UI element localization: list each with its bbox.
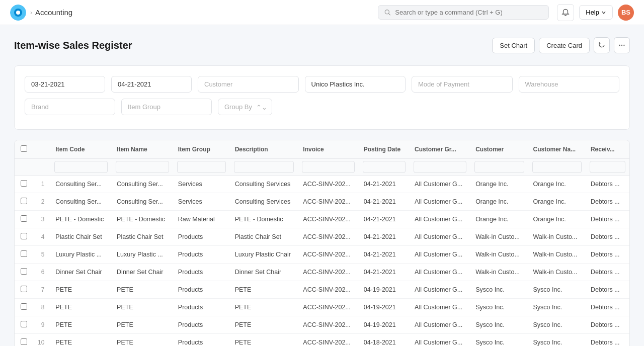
row-checkbox[interactable] <box>21 286 27 292</box>
col-filter-cust-name[interactable] <box>532 161 582 173</box>
brand-input[interactable] <box>25 99 115 115</box>
cell-posting-date: 04-19-2021 <box>359 316 410 334</box>
column-filter-row <box>15 159 629 176</box>
svg-point-7 <box>623 45 624 46</box>
cell-customer: Orange Inc. <box>470 211 528 228</box>
table-row: 4 Plastic Chair Set Plastic Chair Set Pr… <box>15 228 629 246</box>
cell-cust-name: Orange Inc. <box>528 193 586 211</box>
cell-item-group: Services <box>173 176 230 193</box>
cell-item-name: PETE <box>112 316 173 334</box>
th-invoice[interactable]: Invoice <box>298 140 358 159</box>
help-button[interactable]: Help <box>579 5 613 20</box>
svg-point-2 <box>16 11 20 15</box>
table-row: 6 Dinner Set Chair Dinner Set Chair Prod… <box>15 264 629 281</box>
search-bar[interactable] <box>378 5 549 20</box>
th-customer[interactable]: Customer <box>470 140 528 159</box>
cell-cust-group: All Customer G... <box>410 264 470 281</box>
row-num: 6 <box>33 264 50 281</box>
row-checkbox-cell[interactable] <box>15 299 33 316</box>
row-checkbox[interactable] <box>21 321 27 327</box>
col-filter-receivable[interactable] <box>590 161 625 173</box>
row-num: 2 <box>33 193 50 211</box>
set-chart-button[interactable]: Set Chart <box>492 38 535 53</box>
row-checkbox[interactable] <box>21 180 27 187</box>
cell-item-code: Dinner Set Chair <box>50 264 112 281</box>
col-filter-item-group[interactable] <box>177 161 226 173</box>
cell-posting-date: 04-21-2021 <box>359 228 410 246</box>
row-checkbox-cell[interactable] <box>15 334 33 347</box>
cell-posting-date: 04-21-2021 <box>359 176 410 193</box>
cell-posting-date: 04-21-2021 <box>359 264 410 281</box>
row-checkbox[interactable] <box>21 250 27 257</box>
row-checkbox[interactable] <box>21 338 27 345</box>
refresh-button[interactable] <box>594 37 610 53</box>
warehouse-input[interactable] <box>519 76 620 93</box>
payment-mode-input[interactable] <box>412 76 513 93</box>
th-cust-name[interactable]: Customer Na... <box>528 140 586 159</box>
avatar[interactable]: BS <box>618 5 634 21</box>
row-checkbox-cell[interactable] <box>15 176 33 193</box>
col-filter-posting-date[interactable] <box>363 161 406 173</box>
app-name[interactable]: Accounting <box>35 8 72 17</box>
group-by-select[interactable]: Group By Item Customer Item Group <box>218 99 272 115</box>
row-checkbox-cell[interactable] <box>15 193 33 211</box>
row-num: 5 <box>33 246 50 264</box>
customer-input[interactable] <box>198 76 299 93</box>
col-filter-item-name[interactable] <box>116 161 169 173</box>
cell-item-group: Products <box>173 281 230 299</box>
row-checkbox[interactable] <box>21 233 27 239</box>
cell-item-group: Products <box>173 316 230 334</box>
ellipsis-icon <box>618 42 625 49</box>
item-group-input[interactable] <box>121 99 212 115</box>
row-checkbox[interactable] <box>21 303 27 310</box>
th-posting-date[interactable]: Posting Date <box>359 140 410 159</box>
more-options-button[interactable] <box>614 37 630 53</box>
row-checkbox[interactable] <box>21 268 27 275</box>
data-table: Item Code Item Name Item Group Descripti… <box>14 140 630 346</box>
row-num: 3 <box>33 211 50 228</box>
cell-item-group: Products <box>173 264 230 281</box>
cell-description: PETE <box>230 281 298 299</box>
col-filter-cust-group[interactable] <box>414 161 466 173</box>
th-item-group[interactable]: Item Group <box>173 140 230 159</box>
row-num: 4 <box>33 228 50 246</box>
bell-icon <box>561 9 570 17</box>
row-checkbox-cell[interactable] <box>15 211 33 228</box>
cell-item-group: Raw Material <box>173 211 230 228</box>
row-checkbox-cell[interactable] <box>15 228 33 246</box>
col-filter-description[interactable] <box>234 161 294 173</box>
table-row: 10 PETE PETE Products PETE ACC-SINV-202.… <box>15 334 629 347</box>
cell-invoice: ACC-SINV-202... <box>298 246 358 264</box>
col-filter-item-code[interactable] <box>54 161 108 173</box>
cell-invoice: ACC-SINV-202... <box>298 316 358 334</box>
row-checkbox-cell[interactable] <box>15 246 33 264</box>
search-input[interactable] <box>395 9 542 16</box>
customer-value-input[interactable] <box>305 76 406 93</box>
cell-item-code: PETE <box>50 299 112 316</box>
th-item-code[interactable]: Item Code <box>50 140 112 159</box>
th-item-name[interactable]: Item Name <box>112 140 173 159</box>
cell-cust-name: Walk-in Custo... <box>528 246 586 264</box>
th-description[interactable]: Description <box>230 140 298 159</box>
cell-cust-group: All Customer G... <box>410 316 470 334</box>
th-receivable[interactable]: Receiv... <box>586 140 629 159</box>
app-logo[interactable] <box>10 5 26 21</box>
select-all-checkbox[interactable] <box>21 145 27 152</box>
table-row: 5 Luxury Plastic ... Luxury Plastic ... … <box>15 246 629 264</box>
row-checkbox-cell[interactable] <box>15 281 33 299</box>
row-checkbox[interactable] <box>21 215 27 222</box>
create-card-button[interactable]: Create Card <box>539 38 590 53</box>
notification-button[interactable] <box>557 4 574 21</box>
row-checkbox-cell[interactable] <box>15 316 33 334</box>
col-filter-invoice[interactable] <box>302 161 354 173</box>
row-checkbox-cell[interactable] <box>15 264 33 281</box>
date-to-input[interactable] <box>111 76 192 93</box>
row-checkbox[interactable] <box>21 198 27 204</box>
row-num: 10 <box>33 334 50 347</box>
cell-receivable: Debtors ... <box>586 316 629 334</box>
col-filter-customer[interactable] <box>474 161 524 173</box>
th-cust-group[interactable]: Customer Gr... <box>410 140 470 159</box>
table-row: 7 PETE PETE Products PETE ACC-SINV-202..… <box>15 281 629 299</box>
date-from-input[interactable] <box>25 76 105 93</box>
cell-invoice: ACC-SINV-202... <box>298 211 358 228</box>
